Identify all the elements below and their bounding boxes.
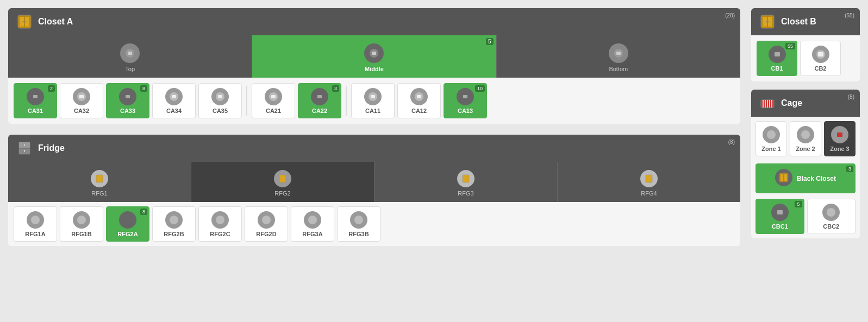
svg-point-43 bbox=[170, 216, 178, 224]
closet-a-header: Closet A (28) bbox=[8, 8, 740, 35]
svg-rect-36 bbox=[96, 175, 103, 182]
zone-3-label: Zone 3 bbox=[830, 146, 849, 152]
cell-RFG2D[interactable]: RFG2D bbox=[245, 206, 288, 242]
cell-RFG1B[interactable]: RFG1B bbox=[60, 206, 103, 242]
cell-CA32[interactable]: CA32 bbox=[60, 83, 103, 118]
cage-zones: Zone 1 Zone 2 Zone 3 bbox=[751, 117, 860, 161]
cell-CA35-label: CA35 bbox=[213, 108, 228, 114]
cell-RFG1A[interactable]: RFG1A bbox=[14, 206, 57, 242]
fridge-RFG4-icon bbox=[640, 170, 658, 187]
zone-3[interactable]: Zone 3 bbox=[824, 121, 855, 156]
closet-b-title: Closet B bbox=[781, 17, 816, 27]
svg-point-4 bbox=[24, 21, 26, 23]
zone-1-label: Zone 1 bbox=[761, 146, 780, 152]
fridge-RFG3-icon bbox=[457, 170, 474, 187]
black-closet-count: 3 bbox=[846, 166, 853, 172]
section-middle[interactable]: 5 Middle bbox=[252, 35, 496, 78]
cage-title: Cage bbox=[781, 98, 802, 108]
cell-CA13[interactable]: 10 CA13 bbox=[444, 83, 487, 118]
cell-RFG2A[interactable]: 8 RFG2A bbox=[106, 206, 149, 242]
fridge-panel: Fridge (8) RFG1 RFG2 bbox=[8, 135, 740, 246]
fridge-sections: RFG1 RFG2 RFG3 bbox=[8, 162, 740, 202]
cell-CA31-icon bbox=[27, 88, 44, 105]
zone-2[interactable]: Zone 2 bbox=[790, 121, 821, 156]
black-closet-container: 3 Black Closet bbox=[751, 161, 860, 196]
section-bottom-icon bbox=[609, 43, 628, 63]
cell-CA22-icon bbox=[311, 88, 328, 105]
cell-CA35-icon bbox=[211, 88, 229, 105]
svg-rect-16 bbox=[126, 95, 130, 98]
fridge-section-RFG2[interactable]: RFG2 bbox=[191, 162, 374, 202]
cell-CBC1[interactable]: 5 CBC1 bbox=[755, 199, 804, 234]
cell-RFG2C-icon bbox=[211, 211, 229, 229]
cell-RFG2A-label: RFG2A bbox=[117, 231, 138, 237]
cell-CA31[interactable]: 2 CA31 bbox=[14, 83, 57, 118]
black-closet-item[interactable]: 3 Black Closet bbox=[755, 163, 855, 193]
closet-a-sections: Top 5 Middle bbox=[8, 35, 740, 78]
svg-rect-39 bbox=[646, 175, 652, 182]
cell-CA11-icon bbox=[364, 88, 382, 105]
cell-CA22[interactable]: 3 CA22 bbox=[298, 83, 341, 118]
cell-RFG1B-label: RFG1B bbox=[71, 231, 91, 237]
cell-CA11[interactable]: CA11 bbox=[351, 83, 395, 118]
cell-CA11-label: CA11 bbox=[365, 108, 380, 114]
cell-CB2-icon bbox=[812, 46, 829, 63]
cage-count: (8) bbox=[848, 94, 854, 100]
cell-RFG3B[interactable]: RFG3B bbox=[337, 206, 380, 242]
cell-CB2[interactable]: CB2 bbox=[800, 41, 841, 76]
svg-rect-20 bbox=[218, 95, 222, 98]
closet-a-cells: 2 CA31 CA32 8 CA33 bbox=[8, 78, 740, 124]
fridge-section-RFG3[interactable]: RFG3 bbox=[374, 162, 558, 202]
cell-CB1-label: CB1 bbox=[771, 65, 783, 72]
cage-panel: Cage (8) Zone 1 Zone 2 bbox=[751, 90, 860, 238]
svg-point-52 bbox=[767, 21, 769, 23]
section-top[interactable]: Top bbox=[8, 35, 252, 78]
fridge-RFG4-label: RFG4 bbox=[563, 190, 735, 197]
cell-CBC2-icon bbox=[822, 204, 840, 221]
cell-CB2-label: CB2 bbox=[814, 65, 826, 72]
cell-CA31-count: 2 bbox=[48, 85, 55, 92]
svg-point-63 bbox=[767, 130, 776, 139]
zone-1-icon bbox=[763, 126, 780, 143]
cell-CBC2[interactable]: CBC2 bbox=[807, 199, 856, 234]
cell-CB1-icon bbox=[769, 46, 786, 63]
cell-CA12-label: CA12 bbox=[411, 108, 427, 114]
black-closet-label: Black Closet bbox=[797, 175, 836, 182]
svg-rect-71 bbox=[777, 210, 783, 214]
cell-CBC1-icon bbox=[771, 204, 789, 221]
svg-rect-14 bbox=[79, 95, 84, 98]
cage-header: Cage (8) bbox=[751, 90, 860, 117]
cell-CA33-label: CA33 bbox=[120, 108, 135, 114]
cell-RFG3A[interactable]: RFG3A bbox=[291, 206, 334, 242]
cell-CBC1-count: 5 bbox=[795, 201, 802, 207]
cell-RFG3B-icon bbox=[350, 211, 367, 229]
fridge-section-RFG4[interactable]: RFG4 bbox=[558, 162, 740, 202]
zone-1[interactable]: Zone 1 bbox=[755, 121, 787, 156]
cell-CA31-label: CA31 bbox=[28, 108, 43, 114]
svg-rect-6 bbox=[128, 52, 132, 55]
cell-CA21[interactable]: CA21 bbox=[252, 83, 295, 118]
cell-CA35[interactable]: CA35 bbox=[198, 83, 242, 118]
cell-CA12[interactable]: CA12 bbox=[397, 83, 441, 118]
left-panel: Closet A (28) Top 5 bbox=[8, 8, 740, 246]
closet-b-panel: Closet B (55) 55 CB1 CB2 bbox=[751, 8, 860, 81]
cell-CA33[interactable]: 8 CA33 bbox=[106, 83, 149, 118]
fridge-header: Fridge (8) bbox=[8, 135, 740, 162]
svg-rect-68 bbox=[780, 174, 783, 181]
cell-RFG1A-icon bbox=[27, 211, 44, 229]
cell-RFG1B-icon bbox=[73, 211, 90, 229]
cell-CB1[interactable]: 55 CB1 bbox=[757, 41, 797, 76]
cell-RFG2C[interactable]: RFG2C bbox=[198, 206, 242, 242]
section-bottom[interactable]: Bottom bbox=[497, 35, 740, 78]
svg-rect-28 bbox=[417, 95, 421, 98]
cell-RFG2B[interactable]: RFG2B bbox=[152, 206, 196, 242]
cell-CA34[interactable]: CA34 bbox=[152, 83, 196, 118]
cell-RFG3B-label: RFG3B bbox=[348, 231, 369, 237]
svg-rect-69 bbox=[784, 174, 787, 181]
cell-RFG2D-label: RFG2D bbox=[256, 231, 276, 237]
cell-divider-1 bbox=[246, 86, 247, 116]
svg-rect-66 bbox=[837, 132, 842, 137]
closet-a-panel: Closet A (28) Top 5 bbox=[8, 8, 740, 124]
fridge-section-RFG1[interactable]: RFG1 bbox=[8, 162, 191, 202]
cell-CA22-label: CA22 bbox=[312, 108, 327, 114]
